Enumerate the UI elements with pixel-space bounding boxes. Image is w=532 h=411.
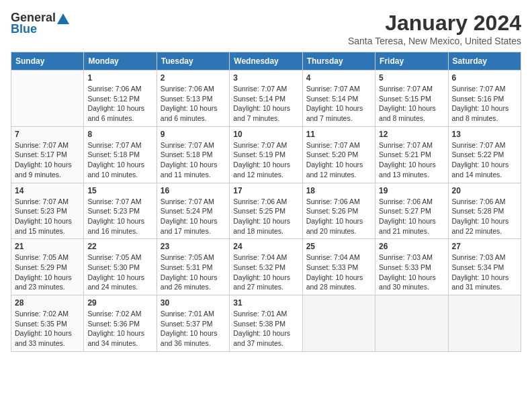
day-info: Sunrise: 7:02 AMSunset: 5:36 PMDaylight:… xyxy=(87,309,152,349)
day-info: Sunrise: 7:05 AMSunset: 5:30 PMDaylight:… xyxy=(87,253,152,292)
day-info: Sunrise: 7:02 AMSunset: 5:35 PMDaylight:… xyxy=(15,309,80,349)
day-info: Sunrise: 7:07 AMSunset: 5:23 PMDaylight:… xyxy=(87,197,152,236)
column-header-tuesday: Tuesday xyxy=(157,52,229,71)
week-row-5: 28Sunrise: 7:02 AMSunset: 5:35 PMDayligh… xyxy=(11,295,521,352)
calendar-cell: 15Sunrise: 7:07 AMSunset: 5:23 PMDayligh… xyxy=(84,183,157,239)
calendar-cell: 12Sunrise: 7:07 AMSunset: 5:21 PMDayligh… xyxy=(375,126,448,183)
day-number: 25 xyxy=(306,242,371,251)
calendar-header-row: SundayMondayTuesdayWednesdayThursdayFrid… xyxy=(11,52,521,71)
day-info: Sunrise: 7:07 AMSunset: 5:14 PMDaylight:… xyxy=(233,84,298,124)
calendar-cell: 9Sunrise: 7:07 AMSunset: 5:18 PMDaylight… xyxy=(157,126,229,183)
day-number: 19 xyxy=(379,186,444,195)
day-info: Sunrise: 7:06 AMSunset: 5:26 PMDaylight:… xyxy=(306,197,371,236)
calendar-cell xyxy=(11,71,84,127)
calendar-cell xyxy=(448,295,521,352)
logo: General Blue xyxy=(11,11,69,36)
calendar-cell: 24Sunrise: 7:04 AMSunset: 5:32 PMDayligh… xyxy=(230,239,302,295)
header: General Blue January 2024 Santa Teresa, … xyxy=(11,11,521,46)
day-number: 4 xyxy=(306,73,371,83)
day-number: 18 xyxy=(306,186,371,195)
day-info: Sunrise: 7:07 AMSunset: 5:24 PMDaylight:… xyxy=(161,197,226,236)
calendar-cell: 13Sunrise: 7:07 AMSunset: 5:22 PMDayligh… xyxy=(448,126,521,183)
day-info: Sunrise: 7:05 AMSunset: 5:31 PMDaylight:… xyxy=(161,253,226,292)
calendar-cell xyxy=(302,295,375,352)
day-info: Sunrise: 7:05 AMSunset: 5:29 PMDaylight:… xyxy=(15,253,80,292)
day-number: 16 xyxy=(161,186,226,195)
day-number: 21 xyxy=(15,242,80,251)
calendar-cell: 16Sunrise: 7:07 AMSunset: 5:24 PMDayligh… xyxy=(157,183,229,239)
day-info: Sunrise: 7:07 AMSunset: 5:17 PMDaylight:… xyxy=(15,140,80,180)
day-number: 17 xyxy=(233,186,298,195)
calendar-cell xyxy=(375,295,448,352)
day-number: 26 xyxy=(379,242,444,251)
day-info: Sunrise: 7:07 AMSunset: 5:14 PMDaylight:… xyxy=(306,84,371,124)
calendar-cell: 2Sunrise: 7:06 AMSunset: 5:13 PMDaylight… xyxy=(157,71,229,127)
day-number: 23 xyxy=(161,242,226,251)
column-header-sunday: Sunday xyxy=(11,52,84,71)
day-number: 20 xyxy=(452,186,517,195)
day-number: 6 xyxy=(452,73,517,83)
calendar-location: Santa Teresa, New Mexico, United States xyxy=(348,36,521,46)
day-number: 13 xyxy=(452,130,517,139)
day-number: 28 xyxy=(15,298,80,308)
calendar-cell: 27Sunrise: 7:03 AMSunset: 5:34 PMDayligh… xyxy=(448,239,521,295)
day-info: Sunrise: 7:07 AMSunset: 5:15 PMDaylight:… xyxy=(379,84,444,124)
day-info: Sunrise: 7:03 AMSunset: 5:34 PMDaylight:… xyxy=(452,253,517,292)
column-header-saturday: Saturday xyxy=(448,52,521,71)
calendar-cell: 17Sunrise: 7:06 AMSunset: 5:25 PMDayligh… xyxy=(230,183,302,239)
calendar-cell: 31Sunrise: 7:01 AMSunset: 5:38 PMDayligh… xyxy=(230,295,302,352)
calendar-cell: 22Sunrise: 7:05 AMSunset: 5:30 PMDayligh… xyxy=(84,239,157,295)
day-info: Sunrise: 7:04 AMSunset: 5:32 PMDaylight:… xyxy=(233,253,298,292)
day-number: 27 xyxy=(452,242,517,251)
day-number: 31 xyxy=(233,298,298,308)
day-info: Sunrise: 7:01 AMSunset: 5:37 PMDaylight:… xyxy=(161,309,226,349)
day-info: Sunrise: 7:07 AMSunset: 5:20 PMDaylight:… xyxy=(306,140,371,180)
day-number: 2 xyxy=(161,73,226,83)
day-info: Sunrise: 7:07 AMSunset: 5:21 PMDaylight:… xyxy=(379,140,444,180)
day-info: Sunrise: 7:06 AMSunset: 5:28 PMDaylight:… xyxy=(452,197,517,236)
calendar-cell: 10Sunrise: 7:07 AMSunset: 5:19 PMDayligh… xyxy=(230,126,302,183)
column-header-thursday: Thursday xyxy=(302,52,375,71)
calendar-cell: 28Sunrise: 7:02 AMSunset: 5:35 PMDayligh… xyxy=(11,295,84,352)
day-number: 15 xyxy=(87,186,152,195)
day-number: 1 xyxy=(87,73,152,83)
day-number: 11 xyxy=(306,130,371,139)
day-number: 30 xyxy=(161,298,226,308)
calendar-cell: 20Sunrise: 7:06 AMSunset: 5:28 PMDayligh… xyxy=(448,183,521,239)
calendar-cell: 4Sunrise: 7:07 AMSunset: 5:14 PMDaylight… xyxy=(302,71,375,127)
day-number: 29 xyxy=(87,298,152,308)
day-number: 7 xyxy=(15,130,80,139)
day-number: 9 xyxy=(161,130,226,139)
week-row-1: 1Sunrise: 7:06 AMSunset: 5:12 PMDaylight… xyxy=(11,71,521,127)
day-number: 24 xyxy=(233,242,298,251)
calendar-cell: 14Sunrise: 7:07 AMSunset: 5:23 PMDayligh… xyxy=(11,183,84,239)
week-row-3: 14Sunrise: 7:07 AMSunset: 5:23 PMDayligh… xyxy=(11,183,521,239)
calendar-cell: 19Sunrise: 7:06 AMSunset: 5:27 PMDayligh… xyxy=(375,183,448,239)
day-number: 22 xyxy=(87,242,152,251)
day-number: 14 xyxy=(15,186,80,195)
day-info: Sunrise: 7:04 AMSunset: 5:33 PMDaylight:… xyxy=(306,253,371,292)
calendar-cell: 5Sunrise: 7:07 AMSunset: 5:15 PMDaylight… xyxy=(375,71,448,127)
calendar-cell: 7Sunrise: 7:07 AMSunset: 5:17 PMDaylight… xyxy=(11,126,84,183)
calendar-title: January 2024 xyxy=(348,11,521,36)
week-row-2: 7Sunrise: 7:07 AMSunset: 5:17 PMDaylight… xyxy=(11,126,521,183)
title-area: January 2024 Santa Teresa, New Mexico, U… xyxy=(348,11,521,46)
day-number: 10 xyxy=(233,130,298,139)
day-info: Sunrise: 7:07 AMSunset: 5:16 PMDaylight:… xyxy=(452,84,517,124)
calendar-cell: 3Sunrise: 7:07 AMSunset: 5:14 PMDaylight… xyxy=(230,71,302,127)
calendar-cell: 6Sunrise: 7:07 AMSunset: 5:16 PMDaylight… xyxy=(448,71,521,127)
day-info: Sunrise: 7:07 AMSunset: 5:19 PMDaylight:… xyxy=(233,140,298,180)
day-info: Sunrise: 7:07 AMSunset: 5:23 PMDaylight:… xyxy=(15,197,80,236)
column-header-friday: Friday xyxy=(375,52,448,71)
day-info: Sunrise: 7:06 AMSunset: 5:13 PMDaylight:… xyxy=(161,84,226,124)
calendar-cell: 26Sunrise: 7:03 AMSunset: 5:33 PMDayligh… xyxy=(375,239,448,295)
logo-blue-text: Blue xyxy=(11,22,37,36)
day-info: Sunrise: 7:01 AMSunset: 5:38 PMDaylight:… xyxy=(233,309,298,349)
calendar-cell: 25Sunrise: 7:04 AMSunset: 5:33 PMDayligh… xyxy=(302,239,375,295)
day-info: Sunrise: 7:07 AMSunset: 5:18 PMDaylight:… xyxy=(161,140,226,180)
day-number: 8 xyxy=(87,130,152,139)
logo-triangle-icon xyxy=(57,12,69,24)
svg-marker-0 xyxy=(57,13,69,24)
calendar-cell: 18Sunrise: 7:06 AMSunset: 5:26 PMDayligh… xyxy=(302,183,375,239)
day-info: Sunrise: 7:07 AMSunset: 5:22 PMDaylight:… xyxy=(452,140,517,180)
